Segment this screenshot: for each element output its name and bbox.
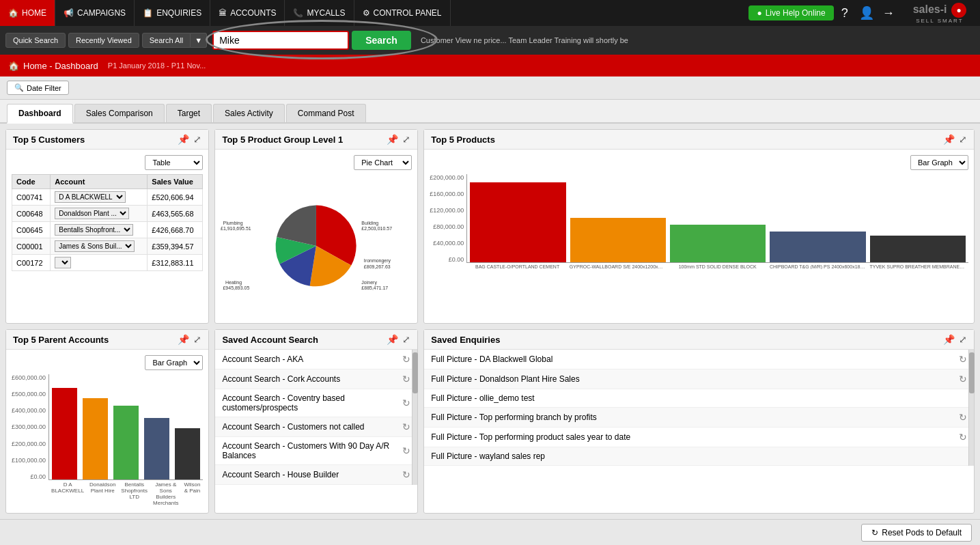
nav-enquiries[interactable]: 📋 ENQUIRIES bbox=[135, 0, 210, 26]
svg-text:£1,910,695.51: £1,910,695.51 bbox=[221, 226, 251, 231]
reset-pods-button[interactable]: ↻ Reset Pods to Default bbox=[861, 524, 972, 542]
search-button[interactable]: Search bbox=[352, 31, 411, 50]
pod-top5products-title: Top 5 Products bbox=[431, 135, 495, 145]
top5productgroup-pin-icon[interactable]: 📌 bbox=[387, 134, 398, 145]
top5parentaccounts-pin-icon[interactable]: 📌 bbox=[178, 334, 189, 345]
refresh-icon-6[interactable]: ↻ bbox=[402, 469, 410, 480]
saved-enquiry-item-6[interactable]: Full Picture - wayland sales rep bbox=[424, 447, 974, 466]
saved-account-item-4[interactable]: Account Search - Customers not called ↻ bbox=[215, 417, 417, 437]
pod-top5customers-title: Top 5 Customers bbox=[13, 135, 85, 145]
saved-account-item-1[interactable]: Account Search - AKA ↻ bbox=[215, 350, 417, 369]
nav-controlpanel[interactable]: ⚙ CONTROL PANEL bbox=[354, 0, 451, 26]
svg-text:£2,503,010.57: £2,503,010.57 bbox=[362, 226, 393, 231]
date-filter-button[interactable]: 🔍 Date Filter bbox=[7, 81, 69, 95]
saved-enquiry-item-5[interactable]: Full Picture - Top performing product sa… bbox=[424, 428, 974, 447]
tab-target[interactable]: Target bbox=[166, 104, 212, 122]
top5customers-pin-icon[interactable]: 📌 bbox=[178, 134, 189, 145]
nav-accounts[interactable]: 🏛 ACCOUNTS bbox=[210, 0, 285, 26]
saved-enquiry-item-4[interactable]: Full Picture - Top performing branch by … bbox=[424, 408, 974, 428]
top5customers-chart-select[interactable]: Table Bar Graph Pie Chart bbox=[145, 155, 203, 170]
tab-dashboard[interactable]: Dashboard bbox=[7, 104, 73, 124]
account-select-4[interactable] bbox=[55, 257, 71, 268]
pa-bar-4[interactable] bbox=[144, 418, 169, 479]
savedaccountsearch-list[interactable]: Account Search - AKA ↻ Account Search - … bbox=[215, 350, 417, 485]
top5parentaccounts-chart-select[interactable]: Bar Graph Pie Chart Table bbox=[145, 355, 203, 370]
recently-viewed-button[interactable]: Recently Viewed bbox=[68, 33, 139, 48]
savedaccountsearch-expand-icon[interactable]: ⤢ bbox=[402, 334, 410, 345]
filter-icon: 🔍 bbox=[14, 83, 24, 92]
nav-mycalls[interactable]: 📞 MYCALLS bbox=[285, 0, 354, 26]
savedenquiries-expand-icon[interactable]: ⤢ bbox=[959, 334, 967, 345]
enquiry-refresh-icon-5[interactable]: ↻ bbox=[959, 432, 967, 443]
user-button[interactable]: 👤 bbox=[856, 2, 878, 24]
saved-enquiry-item-1[interactable]: Full Picture - DA Blackwell Global ↻ bbox=[424, 350, 974, 369]
saved-account-item-2[interactable]: Account Search - Cork Accounts ↻ bbox=[215, 369, 417, 389]
account-select-3[interactable]: James & Sons Buil... bbox=[55, 240, 135, 252]
top5productgroup-expand-icon[interactable]: ⤢ bbox=[402, 134, 410, 145]
search-all-dropdown[interactable]: ▼ bbox=[191, 33, 207, 48]
tab-command-post[interactable]: Command Post bbox=[286, 104, 366, 122]
tab-sales-activity[interactable]: Sales Activity bbox=[213, 104, 285, 122]
pa-bar-1[interactable] bbox=[52, 388, 77, 479]
help-button[interactable]: ? bbox=[834, 2, 856, 24]
refresh-icon-2[interactable]: ↻ bbox=[402, 374, 410, 385]
top5customers-table-scroll[interactable]: Code Account Sales Value C00741 D A BLAC… bbox=[12, 174, 203, 271]
saved-account-item-3[interactable]: Account Search - Coventry based customer… bbox=[215, 389, 417, 417]
top5products-expand-icon[interactable]: ⤢ bbox=[959, 134, 967, 145]
pa-y-label-7: £0.00 bbox=[12, 473, 46, 480]
saved-enquiry-item-2[interactable]: Full Picture - Donaldson Plant Hire Sale… bbox=[424, 369, 974, 389]
pa-y-label-1: £600,000.00 bbox=[12, 374, 46, 381]
account-select-0[interactable]: D A BLACKWELL bbox=[55, 191, 126, 203]
bar-item-4 bbox=[770, 232, 865, 262]
pa-x-label-5: Wilson & Pain bbox=[184, 481, 200, 506]
top5products-chart-select[interactable]: Bar Graph Pie Chart Table bbox=[910, 155, 968, 170]
refresh-icon-4[interactable]: ↻ bbox=[402, 421, 410, 432]
forward-button[interactable]: → bbox=[878, 2, 899, 24]
top5products-pin-icon[interactable]: 📌 bbox=[943, 134, 955, 145]
top5parentaccounts-expand-icon[interactable]: ⤢ bbox=[193, 334, 201, 345]
pod-top5productgroup-body: Pie Chart Bar Graph Table bbox=[215, 150, 417, 323]
saved-account-item-6[interactable]: Account Search - House Builder ↻ bbox=[215, 465, 417, 485]
bar-4[interactable] bbox=[770, 232, 865, 262]
tab-sales-comparison[interactable]: Sales Comparison bbox=[74, 104, 165, 122]
refresh-icon-1[interactable]: ↻ bbox=[402, 354, 410, 365]
search-input[interactable] bbox=[212, 31, 349, 50]
scroll-track bbox=[412, 350, 417, 485]
enquiry-scroll-thumb[interactable] bbox=[969, 352, 975, 393]
live-help-button[interactable]: ● Live Help Online bbox=[748, 5, 833, 20]
search-all-button[interactable]: Search All bbox=[142, 33, 191, 48]
pod-top5products-icons: 📌 ⤢ bbox=[943, 134, 967, 145]
savedenquiries-list[interactable]: Full Picture - DA Blackwell Global ↻ Ful… bbox=[424, 350, 974, 466]
top5productgroup-chart-select[interactable]: Pie Chart Bar Graph Table bbox=[354, 155, 412, 170]
account-select-1[interactable]: Donaldson Plant ... bbox=[55, 208, 129, 219]
scroll-thumb[interactable] bbox=[412, 352, 418, 393]
saved-enquiry-item-3[interactable]: Full Picture - ollie_demo test bbox=[424, 389, 974, 408]
home-breadcrumb-icon: 🏠 bbox=[8, 61, 19, 71]
y-label-1: £200,000.00 bbox=[430, 174, 464, 181]
account-select-2[interactable]: Bentalls Shopfront... bbox=[55, 224, 133, 236]
nav-campaigns[interactable]: 📢 CAMPAIGNS bbox=[55, 0, 135, 26]
bar-3[interactable] bbox=[670, 225, 766, 262]
pa-bar-2[interactable] bbox=[83, 398, 108, 479]
bar-1[interactable] bbox=[470, 182, 565, 262]
pa-bar-5[interactable] bbox=[175, 428, 200, 479]
savedaccountsearch-pin-icon[interactable]: 📌 bbox=[387, 334, 398, 345]
enquiry-refresh-icon-2[interactable]: ↻ bbox=[959, 374, 967, 385]
refresh-icon-5[interactable]: ↻ bbox=[402, 445, 410, 456]
quick-search-button[interactable]: Quick Search bbox=[5, 33, 66, 48]
svg-text:Plumbing: Plumbing bbox=[223, 221, 243, 226]
nav-home[interactable]: 🏠 HOME bbox=[0, 0, 55, 26]
pa-bar-3[interactable] bbox=[113, 406, 139, 479]
enquiry-refresh-icon-4[interactable]: ↻ bbox=[959, 412, 967, 423]
savedenquiries-pin-icon[interactable]: 📌 bbox=[943, 334, 955, 345]
pod-savedenquiries-title: Saved Enquiries bbox=[431, 335, 500, 345]
refresh-icon-3[interactable]: ↻ bbox=[402, 397, 410, 408]
enquiry-refresh-icon-1[interactable]: ↻ bbox=[959, 354, 967, 365]
top5customers-expand-icon[interactable]: ⤢ bbox=[193, 134, 201, 145]
pa-x-label-1: D A BLACKWELL bbox=[51, 481, 84, 506]
pod-top5customers-icons: 📌 ⤢ bbox=[178, 134, 201, 145]
bar-5[interactable] bbox=[870, 236, 966, 262]
table-row: C00645 Bentalls Shopfront... £426,668.70 bbox=[12, 222, 203, 238]
saved-account-item-5[interactable]: Account Search - Customers With 90 Day A… bbox=[215, 437, 417, 465]
bar-2[interactable] bbox=[570, 218, 666, 262]
